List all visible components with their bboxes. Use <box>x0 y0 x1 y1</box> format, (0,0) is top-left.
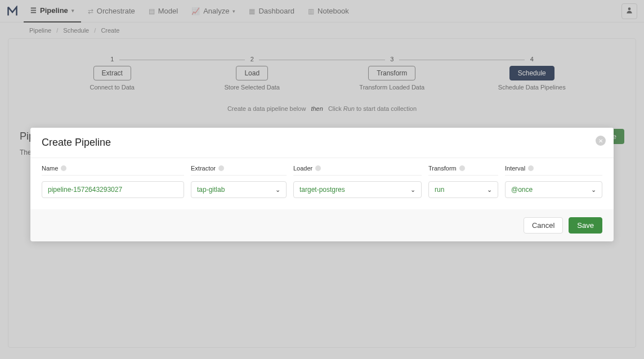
label-extractor: Extractor <box>191 165 287 176</box>
name-input-wrapper <box>42 181 184 198</box>
chevron-down-icon: ⌄ <box>275 186 280 194</box>
info-icon[interactable] <box>61 165 66 171</box>
chevron-down-icon: ⌄ <box>591 186 596 194</box>
modal-title: Create Pipeline <box>42 137 602 149</box>
label-interval: Interval <box>505 165 602 176</box>
transform-select[interactable]: run ⌄ <box>428 181 498 198</box>
field-labels-row: Name Extractor Loader Transform Interval <box>42 165 602 176</box>
info-icon[interactable] <box>528 165 534 171</box>
save-button[interactable]: Save <box>569 217 602 234</box>
extractor-select[interactable]: tap-gitlab ⌄ <box>191 181 287 198</box>
modal-footer: Cancel Save <box>30 209 614 241</box>
modal-body: Name Extractor Loader Transform Interval… <box>30 158 614 209</box>
modal-header: Create Pipeline ✕ <box>30 128 614 158</box>
interval-select[interactable]: @once ⌄ <box>505 181 602 198</box>
cancel-button[interactable]: Cancel <box>524 217 563 234</box>
label-transform: Transform <box>428 165 498 176</box>
name-input[interactable] <box>48 186 178 194</box>
chevron-down-icon: ⌄ <box>487 186 492 194</box>
info-icon[interactable] <box>459 165 465 171</box>
label-loader: Loader <box>293 165 422 176</box>
chevron-down-icon: ⌄ <box>410 186 415 194</box>
label-name: Name <box>42 165 184 176</box>
create-pipeline-modal: Create Pipeline ✕ Name Extractor Loader … <box>30 128 614 241</box>
modal-close-button[interactable]: ✕ <box>596 136 606 146</box>
info-icon[interactable] <box>315 165 321 171</box>
loader-select[interactable]: target-postgres ⌄ <box>293 181 422 198</box>
close-icon: ✕ <box>598 138 603 144</box>
field-inputs-row: tap-gitlab ⌄ target-postgres ⌄ run ⌄ @on… <box>42 181 602 198</box>
info-icon[interactable] <box>218 165 224 171</box>
